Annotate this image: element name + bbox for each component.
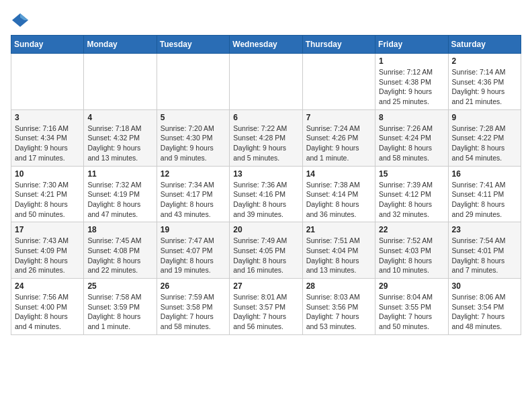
day-number: 1	[379, 56, 444, 66]
column-header-saturday: Saturday	[448, 36, 521, 54]
calendar-cell: 26Sunrise: 7:59 AM Sunset: 3:58 PM Dayli…	[157, 279, 229, 335]
day-info: Sunrise: 7:22 AM Sunset: 4:28 PM Dayligh…	[233, 124, 298, 163]
calendar-cell: 25Sunrise: 7:58 AM Sunset: 3:59 PM Dayli…	[84, 279, 157, 335]
calendar-cell: 13Sunrise: 7:36 AM Sunset: 4:16 PM Dayli…	[230, 166, 302, 222]
day-number: 11	[87, 169, 152, 179]
day-number: 15	[379, 169, 444, 179]
day-info: Sunrise: 7:32 AM Sunset: 4:19 PM Dayligh…	[87, 180, 152, 220]
day-number: 21	[306, 225, 371, 234]
day-number: 17	[15, 225, 80, 234]
day-number: 22	[379, 225, 444, 234]
day-info: Sunrise: 7:14 AM Sunset: 4:36 PM Dayligh…	[452, 67, 517, 107]
calendar-cell: 21Sunrise: 7:51 AM Sunset: 4:04 PM Dayli…	[302, 222, 375, 279]
day-number: 3	[15, 113, 80, 122]
calendar-cell	[84, 54, 157, 110]
calendar-cell: 23Sunrise: 7:54 AM Sunset: 4:01 PM Dayli…	[448, 222, 521, 279]
calendar-cell: 12Sunrise: 7:34 AM Sunset: 4:17 PM Dayli…	[157, 166, 229, 222]
day-info: Sunrise: 7:54 AM Sunset: 4:01 PM Dayligh…	[452, 236, 517, 275]
day-info: Sunrise: 7:39 AM Sunset: 4:12 PM Dayligh…	[379, 180, 444, 220]
calendar-cell: 11Sunrise: 7:32 AM Sunset: 4:19 PM Dayli…	[84, 166, 157, 222]
calendar-cell: 16Sunrise: 7:41 AM Sunset: 4:11 PM Dayli…	[448, 166, 521, 222]
column-header-tuesday: Tuesday	[157, 36, 229, 54]
day-number: 4	[87, 113, 152, 122]
calendar-cell	[302, 54, 375, 110]
calendar-cell	[11, 54, 84, 110]
calendar-cell: 14Sunrise: 7:38 AM Sunset: 4:14 PM Dayli…	[302, 166, 375, 222]
day-info: Sunrise: 8:04 AM Sunset: 3:55 PM Dayligh…	[379, 292, 444, 332]
day-number: 2	[452, 56, 517, 66]
day-number: 9	[452, 113, 517, 122]
day-info: Sunrise: 7:47 AM Sunset: 4:07 PM Dayligh…	[161, 236, 226, 275]
day-info: Sunrise: 7:12 AM Sunset: 4:38 PM Dayligh…	[379, 67, 444, 107]
day-info: Sunrise: 7:59 AM Sunset: 3:58 PM Dayligh…	[161, 292, 226, 332]
calendar-cell: 1Sunrise: 7:12 AM Sunset: 4:38 PM Daylig…	[375, 54, 448, 110]
day-info: Sunrise: 7:45 AM Sunset: 4:08 PM Dayligh…	[87, 236, 152, 275]
calendar-cell: 29Sunrise: 8:04 AM Sunset: 3:55 PM Dayli…	[375, 279, 448, 335]
calendar-cell: 5Sunrise: 7:20 AM Sunset: 4:30 PM Daylig…	[157, 109, 229, 166]
day-info: Sunrise: 7:49 AM Sunset: 4:05 PM Dayligh…	[233, 236, 298, 275]
calendar-cell: 27Sunrise: 8:01 AM Sunset: 3:57 PM Dayli…	[230, 279, 302, 335]
day-number: 8	[379, 113, 444, 122]
day-number: 26	[161, 281, 226, 291]
calendar-cell: 15Sunrise: 7:39 AM Sunset: 4:12 PM Dayli…	[375, 166, 448, 222]
logo	[11, 11, 32, 30]
calendar-cell: 9Sunrise: 7:28 AM Sunset: 4:22 PM Daylig…	[448, 109, 521, 166]
calendar-cell	[230, 54, 302, 110]
day-number: 18	[87, 225, 152, 234]
day-number: 28	[306, 281, 371, 291]
column-header-thursday: Thursday	[302, 36, 375, 54]
day-number: 27	[233, 281, 298, 291]
calendar-cell: 19Sunrise: 7:47 AM Sunset: 4:07 PM Dayli…	[157, 222, 229, 279]
calendar-cell: 3Sunrise: 7:16 AM Sunset: 4:34 PM Daylig…	[11, 109, 84, 166]
column-header-monday: Monday	[84, 36, 157, 54]
day-info: Sunrise: 7:52 AM Sunset: 4:03 PM Dayligh…	[379, 236, 444, 275]
calendar-cell: 28Sunrise: 8:03 AM Sunset: 3:56 PM Dayli…	[302, 279, 375, 335]
day-number: 13	[233, 169, 298, 179]
day-info: Sunrise: 8:03 AM Sunset: 3:56 PM Dayligh…	[306, 292, 371, 332]
column-header-wednesday: Wednesday	[230, 36, 302, 54]
calendar-cell: 2Sunrise: 7:14 AM Sunset: 4:36 PM Daylig…	[448, 54, 521, 110]
calendar-cell: 18Sunrise: 7:45 AM Sunset: 4:08 PM Dayli…	[84, 222, 157, 279]
day-number: 20	[233, 225, 298, 234]
day-info: Sunrise: 7:30 AM Sunset: 4:21 PM Dayligh…	[15, 180, 80, 220]
day-number: 7	[306, 113, 371, 122]
calendar-cell: 4Sunrise: 7:18 AM Sunset: 4:32 PM Daylig…	[84, 109, 157, 166]
day-number: 25	[87, 281, 152, 291]
day-info: Sunrise: 8:01 AM Sunset: 3:57 PM Dayligh…	[233, 292, 298, 332]
day-number: 10	[15, 169, 80, 179]
day-info: Sunrise: 7:58 AM Sunset: 3:59 PM Dayligh…	[87, 292, 152, 332]
page-header	[11, 11, 521, 30]
day-number: 24	[15, 281, 80, 291]
column-header-friday: Friday	[375, 36, 448, 54]
calendar-cell: 10Sunrise: 7:30 AM Sunset: 4:21 PM Dayli…	[11, 166, 84, 222]
calendar-cell: 24Sunrise: 7:56 AM Sunset: 4:00 PM Dayli…	[11, 279, 84, 335]
day-info: Sunrise: 7:28 AM Sunset: 4:22 PM Dayligh…	[452, 124, 517, 163]
day-info: Sunrise: 7:26 AM Sunset: 4:24 PM Dayligh…	[379, 124, 444, 163]
day-info: Sunrise: 7:16 AM Sunset: 4:34 PM Dayligh…	[15, 124, 80, 163]
calendar-table: SundayMondayTuesdayWednesdayThursdayFrid…	[11, 35, 521, 335]
day-info: Sunrise: 8:06 AM Sunset: 3:54 PM Dayligh…	[452, 292, 517, 332]
day-number: 6	[233, 113, 298, 122]
day-info: Sunrise: 7:41 AM Sunset: 4:11 PM Dayligh…	[452, 180, 517, 220]
calendar-cell: 7Sunrise: 7:24 AM Sunset: 4:26 PM Daylig…	[302, 109, 375, 166]
day-number: 29	[379, 281, 444, 291]
day-number: 5	[161, 113, 226, 122]
day-info: Sunrise: 7:24 AM Sunset: 4:26 PM Dayligh…	[306, 124, 371, 163]
day-number: 23	[452, 225, 517, 234]
calendar-cell: 6Sunrise: 7:22 AM Sunset: 4:28 PM Daylig…	[230, 109, 302, 166]
calendar-cell: 20Sunrise: 7:49 AM Sunset: 4:05 PM Dayli…	[230, 222, 302, 279]
day-info: Sunrise: 7:38 AM Sunset: 4:14 PM Dayligh…	[306, 180, 371, 220]
calendar-cell: 22Sunrise: 7:52 AM Sunset: 4:03 PM Dayli…	[375, 222, 448, 279]
calendar-cell	[157, 54, 229, 110]
day-info: Sunrise: 7:20 AM Sunset: 4:30 PM Dayligh…	[161, 124, 226, 163]
calendar-cell: 30Sunrise: 8:06 AM Sunset: 3:54 PM Dayli…	[448, 279, 521, 335]
day-info: Sunrise: 7:18 AM Sunset: 4:32 PM Dayligh…	[87, 124, 152, 163]
column-header-sunday: Sunday	[11, 36, 84, 54]
day-number: 30	[452, 281, 517, 291]
day-number: 19	[161, 225, 226, 234]
calendar-cell: 8Sunrise: 7:26 AM Sunset: 4:24 PM Daylig…	[375, 109, 448, 166]
day-number: 12	[161, 169, 226, 179]
day-info: Sunrise: 7:51 AM Sunset: 4:04 PM Dayligh…	[306, 236, 371, 275]
day-info: Sunrise: 7:43 AM Sunset: 4:09 PM Dayligh…	[15, 236, 80, 275]
day-number: 16	[452, 169, 517, 179]
